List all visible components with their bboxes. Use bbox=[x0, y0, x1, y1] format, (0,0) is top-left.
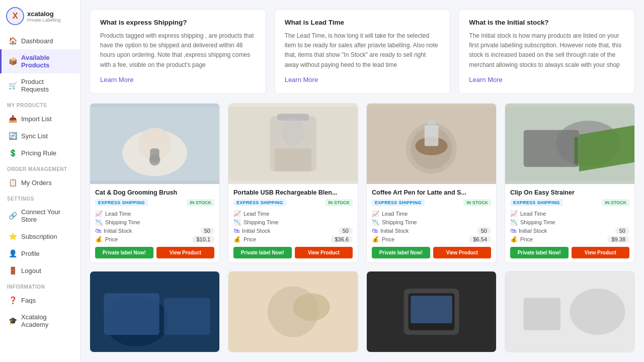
lead-time-row-0: 📈 Lead Time bbox=[95, 210, 214, 217]
private-label-button-3[interactable]: Private label Now! bbox=[510, 247, 569, 258]
product-actions-3: Private label Now! View Product bbox=[510, 247, 629, 258]
sidebar-item-label: Connect Your Store bbox=[21, 208, 73, 223]
svg-point-10 bbox=[282, 118, 305, 146]
sidebar-item-label: Profile bbox=[21, 250, 40, 257]
sidebar-item-label: Available Products bbox=[21, 54, 73, 69]
sidebar-item-dashboard[interactable]: 🏠 Dashboard bbox=[0, 32, 80, 49]
price-value-2: $6.54 bbox=[469, 236, 491, 243]
info-card-description: The Initial stock is how many products a… bbox=[469, 31, 624, 70]
sidebar-item-pricing-rule[interactable]: 💲 Pricing Rule bbox=[0, 144, 80, 161]
info-card-description: Products tagged with express shipping , … bbox=[100, 31, 256, 70]
private-label-button-0[interactable]: Private label Now! bbox=[95, 247, 153, 258]
product-badges-3: EXPRESS SHIPPING IN STOCK bbox=[510, 199, 629, 206]
price-row-3: 💰 Price $9.38 bbox=[510, 236, 629, 243]
lead-time-label-2: Lead Time bbox=[382, 211, 408, 217]
shipping-time-row-0: 📉 Shipping Time bbox=[95, 219, 214, 226]
svg-rect-11 bbox=[275, 148, 311, 171]
profile-icon: 👤 bbox=[9, 249, 17, 257]
bottom-img-svg-3 bbox=[505, 272, 634, 352]
sync-list-icon: 🔄 bbox=[9, 132, 17, 140]
sidebar-item-faqs[interactable]: ❓ Faqs bbox=[0, 292, 80, 309]
product-actions-1: Private label Now! View Product bbox=[233, 247, 353, 258]
logo-subtitle: Private Labelling bbox=[27, 18, 61, 23]
product-image-2 bbox=[367, 104, 496, 184]
sidebar-item-import-list[interactable]: 📥 Import List bbox=[0, 110, 80, 127]
instock-badge-2: IN STOCK bbox=[463, 199, 491, 206]
sidebar-item-my-orders[interactable]: 📋 My Orders bbox=[0, 174, 80, 191]
bottom-img-svg-2 bbox=[367, 272, 496, 352]
shipping-label-0: Shipping Time bbox=[105, 219, 140, 225]
bottom-img-svg-1 bbox=[228, 272, 358, 352]
product-img-svg-0 bbox=[90, 104, 219, 184]
sidebar-item-profile[interactable]: 👤 Profile bbox=[0, 245, 80, 262]
sidebar-item-xcatalog-academy[interactable]: 🎓 Xcatalog Academy bbox=[0, 309, 80, 333]
sidebar-item-connect-store[interactable]: 🔗 Connect Your Store bbox=[0, 204, 80, 228]
product-image-1 bbox=[228, 104, 358, 184]
initial-stock-row-3: 🛍 Initial Stock 50 bbox=[510, 227, 629, 234]
price-label-3: Price bbox=[520, 236, 533, 242]
price-icon-3: 💰 bbox=[510, 236, 518, 243]
connect-store-icon: 🔗 bbox=[9, 212, 17, 220]
lead-time-icon-3: 📈 bbox=[510, 210, 518, 217]
shipping-time-row-2: 📉 Shipping Time bbox=[372, 219, 491, 226]
sidebar-item-subscription[interactable]: ⭐ Subscription bbox=[0, 228, 80, 245]
svg-point-35 bbox=[570, 289, 625, 335]
info-card-lead-time: What is Lead Time The Lead Time, is how … bbox=[274, 9, 451, 94]
product-badges-2: EXPRESS SHIPPING IN STOCK bbox=[372, 199, 491, 206]
product-badges-0: EXPRESS SHIPPING IN STOCK bbox=[95, 199, 214, 206]
view-product-button-3[interactable]: View Product bbox=[572, 247, 630, 258]
product-card-bottom-3 bbox=[505, 271, 635, 352]
svg-rect-16 bbox=[425, 125, 439, 146]
product-grid-bottom bbox=[90, 271, 635, 352]
express-badge-3: EXPRESS SHIPPING bbox=[510, 199, 563, 206]
info-cards-row: What is express Shipping? Products tagge… bbox=[90, 9, 635, 94]
sidebar-item-available-products[interactable]: 📦 Available Products bbox=[0, 49, 80, 73]
price-label-0: Price bbox=[105, 236, 118, 242]
private-label-button-2[interactable]: Private label Now! bbox=[372, 247, 430, 258]
info-card-initial-stock: What is the Initial stock? The Initial s… bbox=[458, 9, 635, 94]
svg-rect-26 bbox=[164, 298, 210, 334]
stock-label-1: Initial Stock bbox=[242, 228, 270, 234]
stock-label-3: Initial Stock bbox=[519, 228, 547, 234]
view-product-button-2[interactable]: View Product bbox=[433, 247, 492, 258]
initial-stock-row-2: 🛍 Initial Stock 50 bbox=[372, 227, 491, 234]
product-meta-0: 📈 Lead Time 📉 Shipping Time 🛍 I bbox=[95, 210, 214, 243]
logo-icon: X bbox=[6, 7, 24, 25]
price-icon-0: 💰 bbox=[95, 236, 103, 243]
learn-more-express-link[interactable]: Learn More bbox=[100, 76, 133, 83]
lead-time-label-0: Lead Time bbox=[105, 211, 131, 217]
information-section-label: INFORMATION bbox=[0, 279, 80, 292]
view-product-button-1[interactable]: View Product bbox=[295, 247, 353, 258]
product-image-0 bbox=[90, 104, 219, 184]
product-meta-3: 📈 Lead Time 📉 Shipping Time 🛍 I bbox=[510, 210, 629, 243]
logout-icon: 🚪 bbox=[9, 266, 17, 275]
product-grid: Cat & Dog Grooming Brush EXPRESS SHIPPIN… bbox=[90, 103, 635, 263]
stock-icon-2: 🛍 bbox=[372, 227, 378, 234]
sidebar-item-label: My Orders bbox=[21, 179, 52, 187]
svg-point-29 bbox=[293, 293, 330, 321]
price-row-0: 💰 Price $10.1 bbox=[95, 236, 214, 243]
info-card-title: What is the Initial stock? bbox=[469, 19, 624, 26]
info-card-title: What is Lead Time bbox=[285, 19, 440, 26]
learn-more-initial-stock-link[interactable]: Learn More bbox=[469, 76, 502, 83]
stock-value-1: 50 bbox=[339, 227, 353, 234]
product-img-svg-3 bbox=[505, 104, 634, 184]
sidebar-item-logout[interactable]: 🚪 Logout bbox=[0, 262, 80, 279]
sidebar-item-product-requests[interactable]: 🛒 Product Requests bbox=[0, 73, 80, 98]
learn-more-lead-time-link[interactable]: Learn More bbox=[285, 76, 318, 83]
shipping-icon-3: 📉 bbox=[510, 219, 518, 226]
price-row-2: 💰 Price $6.54 bbox=[372, 236, 491, 243]
private-label-button-1[interactable]: Private label Now! bbox=[233, 247, 292, 258]
sidebar-item-label: Xcatalog Academy bbox=[21, 313, 73, 328]
price-label-2: Price bbox=[382, 236, 394, 242]
settings-section-label: SETTINGS bbox=[0, 191, 80, 204]
lead-time-icon-2: 📈 bbox=[372, 210, 379, 217]
product-card-0: Cat & Dog Grooming Brush EXPRESS SHIPPIN… bbox=[90, 103, 220, 263]
sidebar-item-label: Faqs bbox=[21, 297, 36, 304]
product-card-3: Clip On Easy Strainer EXPRESS SHIPPING I… bbox=[505, 103, 635, 263]
pricing-rule-icon: 💲 bbox=[9, 149, 17, 157]
logo-title: xcatalog bbox=[27, 10, 61, 18]
product-actions-0: Private label Now! View Product bbox=[95, 247, 214, 258]
view-product-button-0[interactable]: View Product bbox=[156, 247, 215, 258]
sidebar-item-sync-list[interactable]: 🔄 Sync List bbox=[0, 127, 80, 144]
